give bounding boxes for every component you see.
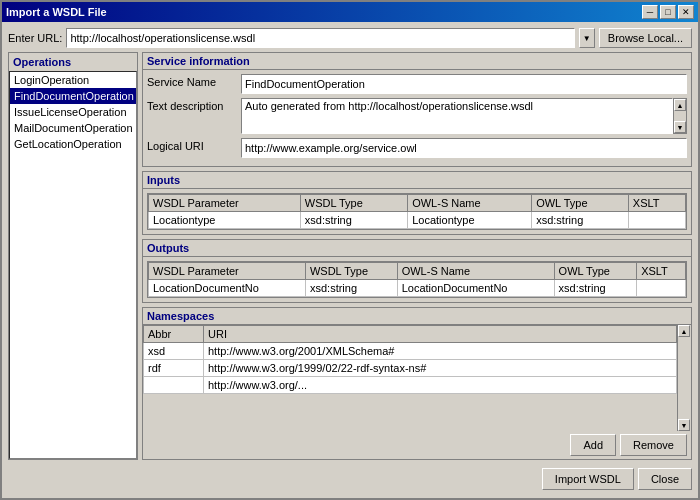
outputs-col-xslt: XSLT [637, 263, 686, 280]
input-owl-type: xsd:string [532, 212, 629, 229]
inputs-table: WSDL Parameter WSDL Type OWL-S Name OWL … [148, 194, 686, 229]
service-name-input[interactable] [241, 74, 687, 94]
title-bar: Import a WSDL File ─ □ ✕ [2, 2, 698, 22]
import-wsdl-button[interactable]: Import WSDL [542, 468, 634, 490]
main-area: Operations LoginOperation FindDocumentOp… [8, 52, 692, 460]
input-wsdl-type: xsd:string [300, 212, 407, 229]
ns-uri-xsd: http://www.w3.org/2001/XMLSchema# [204, 343, 677, 360]
ns-scroll-up[interactable]: ▲ [678, 325, 690, 337]
text-desc-label: Text description [147, 98, 237, 112]
right-panel: Service information Service Name Text de… [142, 52, 692, 460]
maximize-button[interactable]: □ [660, 5, 676, 19]
footer-buttons: Import WSDL Close [8, 464, 692, 492]
outputs-col-owl-type: OWL Type [554, 263, 637, 280]
output-xslt [637, 280, 686, 297]
outputs-header: Outputs [143, 240, 691, 257]
inputs-col-owl-type: OWL Type [532, 195, 629, 212]
logical-uri-input[interactable] [241, 138, 687, 158]
ns-col-uri: URI [204, 326, 677, 343]
url-label: Enter URL: [8, 32, 62, 44]
operation-item-maildocument[interactable]: MailDocumentOperation [10, 120, 136, 136]
ns-uri-rdf: http://www.w3.org/1999/02/22-rdf-syntax-… [204, 360, 677, 377]
operations-list[interactable]: LoginOperation FindDocumentOperation Iss… [9, 71, 137, 459]
namespaces-header: Namespaces [143, 308, 691, 325]
inputs-col-wsdl-param: WSDL Parameter [149, 195, 301, 212]
window-title: Import a WSDL File [6, 6, 107, 18]
ns-col-abbr: Abbr [144, 326, 204, 343]
ns-abbr-rdf: rdf [144, 360, 204, 377]
outputs-table-wrapper: WSDL Parameter WSDL Type OWL-S Name OWL … [147, 261, 687, 298]
inputs-col-owls-name: OWL-S Name [408, 195, 532, 212]
scroll-down-arrow[interactable]: ▼ [674, 121, 686, 133]
close-button[interactable]: ✕ [678, 5, 694, 19]
operations-panel: Operations LoginOperation FindDocumentOp… [8, 52, 138, 460]
title-bar-buttons: ─ □ ✕ [642, 5, 694, 19]
url-dropdown-button[interactable]: ▼ [579, 28, 595, 48]
window-content: Enter URL: ▼ Browse Local... Operations … [2, 22, 698, 498]
table-row[interactable]: rdf http://www.w3.org/1999/02/22-rdf-syn… [144, 360, 677, 377]
inputs-col-xslt: XSLT [628, 195, 685, 212]
operation-item-getlocation[interactable]: GetLocationOperation [10, 136, 136, 152]
namespaces-table-area[interactable]: Abbr URI xsd http://www.w3.org/2001/XMLS… [143, 325, 677, 431]
namespaces-scrollbar: ▲ ▼ [677, 325, 691, 431]
namespaces-table: Abbr URI xsd http://www.w3.org/2001/XMLS… [143, 325, 677, 394]
logical-uri-row: Logical URI [147, 138, 687, 158]
ns-abbr-empty [144, 377, 204, 394]
table-row[interactable]: Locationtype xsd:string Locationtype xsd… [149, 212, 686, 229]
logical-uri-label: Logical URI [147, 138, 237, 152]
text-desc-input[interactable]: Auto generated from http://localhost/ope… [241, 98, 673, 134]
table-row[interactable]: http://www.w3.org/... [144, 377, 677, 394]
inputs-table-wrapper: WSDL Parameter WSDL Type OWL-S Name OWL … [147, 193, 687, 230]
textarea-scrollbar: ▲ ▼ [673, 98, 687, 134]
inputs-content: WSDL Parameter WSDL Type OWL-S Name OWL … [143, 189, 691, 234]
outputs-section: Outputs WSDL Parameter WSDL Type OWL-S N… [142, 239, 692, 303]
outputs-header-row: WSDL Parameter WSDL Type OWL-S Name OWL … [149, 263, 686, 280]
inputs-section: Inputs WSDL Parameter WSDL Type OWL-S Na… [142, 171, 692, 235]
operation-item-finddocument[interactable]: FindDocumentOperation [10, 88, 136, 104]
add-namespace-button[interactable]: Add [570, 434, 616, 456]
service-name-row: Service Name [147, 74, 687, 94]
namespaces-section: Namespaces Abbr URI [142, 307, 692, 460]
service-info-content: Service Name Text description Auto gener… [143, 70, 691, 166]
output-wsdl-param: LocationDocumentNo [149, 280, 306, 297]
namespaces-content: Abbr URI xsd http://www.w3.org/2001/XMLS… [143, 325, 691, 431]
output-owl-type: xsd:string [554, 280, 637, 297]
remove-namespace-button[interactable]: Remove [620, 434, 687, 456]
ns-scroll-down[interactable]: ▼ [678, 419, 690, 431]
input-owls-name: Locationtype [408, 212, 532, 229]
outputs-col-owls-name: OWL-S Name [397, 263, 554, 280]
output-owls-name: LocationDocumentNo [397, 280, 554, 297]
url-row: Enter URL: ▼ Browse Local... [8, 28, 692, 48]
ns-header-row: Abbr URI [144, 326, 677, 343]
namespace-row-buttons: Add Remove [143, 431, 691, 459]
input-wsdl-param: Locationtype [149, 212, 301, 229]
ns-abbr-xsd: xsd [144, 343, 204, 360]
ns-uri-partial: http://www.w3.org/... [204, 377, 677, 394]
table-row[interactable]: LocationDocumentNo xsd:string LocationDo… [149, 280, 686, 297]
inputs-header: Inputs [143, 172, 691, 189]
text-desc-row: Text description Auto generated from htt… [147, 98, 687, 134]
outputs-table: WSDL Parameter WSDL Type OWL-S Name OWL … [148, 262, 686, 297]
operation-item-issuelicense[interactable]: IssueLicenseOperation [10, 104, 136, 120]
operations-header: Operations [9, 53, 137, 71]
inputs-header-row: WSDL Parameter WSDL Type OWL-S Name OWL … [149, 195, 686, 212]
service-info-section: Service information Service Name Text de… [142, 52, 692, 167]
main-window: Import a WSDL File ─ □ ✕ Enter URL: ▼ Br… [0, 0, 700, 500]
minimize-button[interactable]: ─ [642, 5, 658, 19]
close-button[interactable]: Close [638, 468, 692, 490]
operation-item-login[interactable]: LoginOperation [10, 72, 136, 88]
outputs-col-wsdl-type: WSDL Type [305, 263, 397, 280]
outputs-col-wsdl-param: WSDL Parameter [149, 263, 306, 280]
outputs-content: WSDL Parameter WSDL Type OWL-S Name OWL … [143, 257, 691, 302]
inputs-col-wsdl-type: WSDL Type [300, 195, 407, 212]
text-desc-wrapper: Auto generated from http://localhost/ope… [241, 98, 687, 134]
service-name-label: Service Name [147, 74, 237, 88]
scroll-up-arrow[interactable]: ▲ [674, 99, 686, 111]
output-wsdl-type: xsd:string [305, 280, 397, 297]
table-row[interactable]: xsd http://www.w3.org/2001/XMLSchema# [144, 343, 677, 360]
service-info-header: Service information [143, 53, 691, 70]
url-input[interactable] [66, 28, 574, 48]
browse-button[interactable]: Browse Local... [599, 28, 692, 48]
input-xslt [628, 212, 685, 229]
